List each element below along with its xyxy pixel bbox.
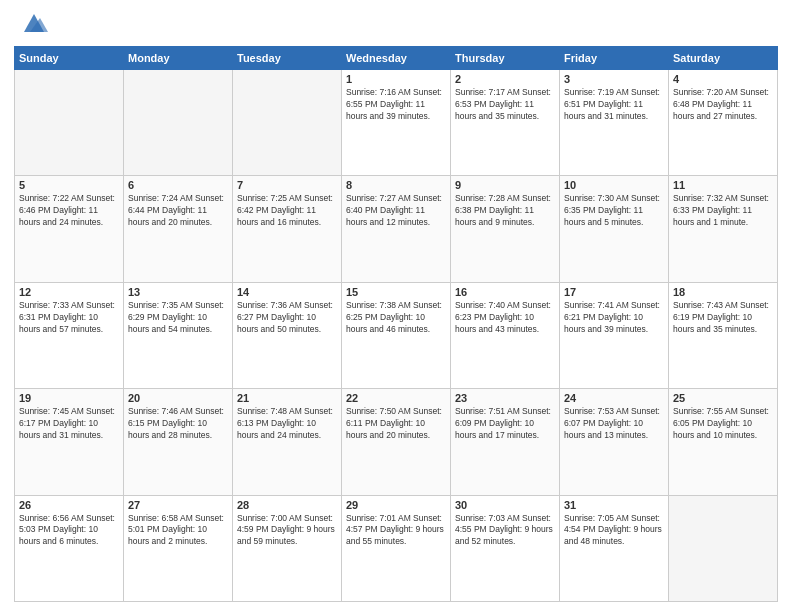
day-number: 21 <box>237 392 337 404</box>
day-number: 3 <box>564 73 664 85</box>
calendar-cell: 26Sunrise: 6:56 AM Sunset: 5:03 PM Dayli… <box>15 495 124 601</box>
calendar-cell: 22Sunrise: 7:50 AM Sunset: 6:11 PM Dayli… <box>342 389 451 495</box>
col-header-thursday: Thursday <box>451 47 560 70</box>
cell-content: Sunrise: 7:19 AM Sunset: 6:51 PM Dayligh… <box>564 87 664 123</box>
calendar-cell: 25Sunrise: 7:55 AM Sunset: 6:05 PM Dayli… <box>669 389 778 495</box>
cell-content: Sunrise: 7:25 AM Sunset: 6:42 PM Dayligh… <box>237 193 337 229</box>
day-number: 11 <box>673 179 773 191</box>
calendar-header-row: SundayMondayTuesdayWednesdayThursdayFrid… <box>15 47 778 70</box>
calendar-cell: 13Sunrise: 7:35 AM Sunset: 6:29 PM Dayli… <box>124 282 233 388</box>
cell-content: Sunrise: 7:27 AM Sunset: 6:40 PM Dayligh… <box>346 193 446 229</box>
calendar-cell: 12Sunrise: 7:33 AM Sunset: 6:31 PM Dayli… <box>15 282 124 388</box>
day-number: 25 <box>673 392 773 404</box>
page: SundayMondayTuesdayWednesdayThursdayFrid… <box>0 0 792 612</box>
cell-content: Sunrise: 7:20 AM Sunset: 6:48 PM Dayligh… <box>673 87 773 123</box>
calendar-cell: 24Sunrise: 7:53 AM Sunset: 6:07 PM Dayli… <box>560 389 669 495</box>
calendar-cell: 23Sunrise: 7:51 AM Sunset: 6:09 PM Dayli… <box>451 389 560 495</box>
day-number: 2 <box>455 73 555 85</box>
calendar-cell: 27Sunrise: 6:58 AM Sunset: 5:01 PM Dayli… <box>124 495 233 601</box>
calendar-cell: 1Sunrise: 7:16 AM Sunset: 6:55 PM Daylig… <box>342 70 451 176</box>
calendar-week-row: 5Sunrise: 7:22 AM Sunset: 6:46 PM Daylig… <box>15 176 778 282</box>
cell-content: Sunrise: 6:56 AM Sunset: 5:03 PM Dayligh… <box>19 513 119 549</box>
calendar-week-row: 12Sunrise: 7:33 AM Sunset: 6:31 PM Dayli… <box>15 282 778 388</box>
day-number: 18 <box>673 286 773 298</box>
calendar-cell: 3Sunrise: 7:19 AM Sunset: 6:51 PM Daylig… <box>560 70 669 176</box>
day-number: 12 <box>19 286 119 298</box>
calendar-cell: 19Sunrise: 7:45 AM Sunset: 6:17 PM Dayli… <box>15 389 124 495</box>
day-number: 14 <box>237 286 337 298</box>
cell-content: Sunrise: 7:28 AM Sunset: 6:38 PM Dayligh… <box>455 193 555 229</box>
calendar-week-row: 19Sunrise: 7:45 AM Sunset: 6:17 PM Dayli… <box>15 389 778 495</box>
calendar-cell: 31Sunrise: 7:05 AM Sunset: 4:54 PM Dayli… <box>560 495 669 601</box>
cell-content: Sunrise: 7:01 AM Sunset: 4:57 PM Dayligh… <box>346 513 446 549</box>
calendar-cell: 7Sunrise: 7:25 AM Sunset: 6:42 PM Daylig… <box>233 176 342 282</box>
calendar-cell <box>124 70 233 176</box>
day-number: 17 <box>564 286 664 298</box>
day-number: 20 <box>128 392 228 404</box>
calendar-cell: 8Sunrise: 7:27 AM Sunset: 6:40 PM Daylig… <box>342 176 451 282</box>
day-number: 29 <box>346 499 446 511</box>
day-number: 5 <box>19 179 119 191</box>
cell-content: Sunrise: 7:53 AM Sunset: 6:07 PM Dayligh… <box>564 406 664 442</box>
day-number: 6 <box>128 179 228 191</box>
cell-content: Sunrise: 7:50 AM Sunset: 6:11 PM Dayligh… <box>346 406 446 442</box>
calendar-table: SundayMondayTuesdayWednesdayThursdayFrid… <box>14 46 778 602</box>
cell-content: Sunrise: 7:24 AM Sunset: 6:44 PM Dayligh… <box>128 193 228 229</box>
cell-content: Sunrise: 7:30 AM Sunset: 6:35 PM Dayligh… <box>564 193 664 229</box>
cell-content: Sunrise: 7:05 AM Sunset: 4:54 PM Dayligh… <box>564 513 664 549</box>
col-header-monday: Monday <box>124 47 233 70</box>
day-number: 31 <box>564 499 664 511</box>
logo <box>14 10 48 38</box>
cell-content: Sunrise: 7:55 AM Sunset: 6:05 PM Dayligh… <box>673 406 773 442</box>
cell-content: Sunrise: 7:16 AM Sunset: 6:55 PM Dayligh… <box>346 87 446 123</box>
calendar-cell <box>233 70 342 176</box>
calendar-cell: 10Sunrise: 7:30 AM Sunset: 6:35 PM Dayli… <box>560 176 669 282</box>
cell-content: Sunrise: 7:45 AM Sunset: 6:17 PM Dayligh… <box>19 406 119 442</box>
calendar-cell: 5Sunrise: 7:22 AM Sunset: 6:46 PM Daylig… <box>15 176 124 282</box>
cell-content: Sunrise: 7:40 AM Sunset: 6:23 PM Dayligh… <box>455 300 555 336</box>
cell-content: Sunrise: 7:46 AM Sunset: 6:15 PM Dayligh… <box>128 406 228 442</box>
day-number: 16 <box>455 286 555 298</box>
calendar-cell <box>15 70 124 176</box>
day-number: 24 <box>564 392 664 404</box>
calendar-cell: 17Sunrise: 7:41 AM Sunset: 6:21 PM Dayli… <box>560 282 669 388</box>
day-number: 22 <box>346 392 446 404</box>
calendar-cell: 28Sunrise: 7:00 AM Sunset: 4:59 PM Dayli… <box>233 495 342 601</box>
day-number: 13 <box>128 286 228 298</box>
calendar-cell: 16Sunrise: 7:40 AM Sunset: 6:23 PM Dayli… <box>451 282 560 388</box>
calendar-cell: 11Sunrise: 7:32 AM Sunset: 6:33 PM Dayli… <box>669 176 778 282</box>
cell-content: Sunrise: 7:33 AM Sunset: 6:31 PM Dayligh… <box>19 300 119 336</box>
calendar-cell: 21Sunrise: 7:48 AM Sunset: 6:13 PM Dayli… <box>233 389 342 495</box>
day-number: 9 <box>455 179 555 191</box>
cell-content: Sunrise: 7:43 AM Sunset: 6:19 PM Dayligh… <box>673 300 773 336</box>
calendar-cell <box>669 495 778 601</box>
col-header-sunday: Sunday <box>15 47 124 70</box>
calendar-cell: 9Sunrise: 7:28 AM Sunset: 6:38 PM Daylig… <box>451 176 560 282</box>
cell-content: Sunrise: 7:32 AM Sunset: 6:33 PM Dayligh… <box>673 193 773 229</box>
day-number: 8 <box>346 179 446 191</box>
calendar-cell: 2Sunrise: 7:17 AM Sunset: 6:53 PM Daylig… <box>451 70 560 176</box>
cell-content: Sunrise: 7:17 AM Sunset: 6:53 PM Dayligh… <box>455 87 555 123</box>
cell-content: Sunrise: 7:36 AM Sunset: 6:27 PM Dayligh… <box>237 300 337 336</box>
day-number: 10 <box>564 179 664 191</box>
cell-content: Sunrise: 7:51 AM Sunset: 6:09 PM Dayligh… <box>455 406 555 442</box>
cell-content: Sunrise: 7:00 AM Sunset: 4:59 PM Dayligh… <box>237 513 337 549</box>
cell-content: Sunrise: 7:22 AM Sunset: 6:46 PM Dayligh… <box>19 193 119 229</box>
logo-icon <box>20 10 48 38</box>
cell-content: Sunrise: 7:35 AM Sunset: 6:29 PM Dayligh… <box>128 300 228 336</box>
calendar-cell: 6Sunrise: 7:24 AM Sunset: 6:44 PM Daylig… <box>124 176 233 282</box>
day-number: 30 <box>455 499 555 511</box>
day-number: 26 <box>19 499 119 511</box>
calendar-cell: 15Sunrise: 7:38 AM Sunset: 6:25 PM Dayli… <box>342 282 451 388</box>
day-number: 4 <box>673 73 773 85</box>
col-header-friday: Friday <box>560 47 669 70</box>
cell-content: Sunrise: 7:41 AM Sunset: 6:21 PM Dayligh… <box>564 300 664 336</box>
calendar-cell: 29Sunrise: 7:01 AM Sunset: 4:57 PM Dayli… <box>342 495 451 601</box>
header <box>14 10 778 38</box>
calendar-cell: 4Sunrise: 7:20 AM Sunset: 6:48 PM Daylig… <box>669 70 778 176</box>
day-number: 28 <box>237 499 337 511</box>
day-number: 19 <box>19 392 119 404</box>
day-number: 1 <box>346 73 446 85</box>
calendar-cell: 18Sunrise: 7:43 AM Sunset: 6:19 PM Dayli… <box>669 282 778 388</box>
col-header-tuesday: Tuesday <box>233 47 342 70</box>
